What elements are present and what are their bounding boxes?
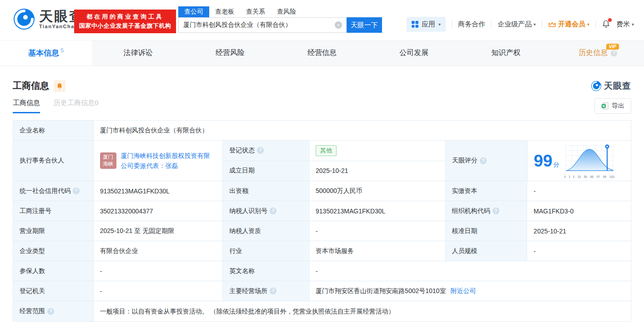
row-label: 主要经营场所 ? — [223, 281, 309, 301]
subtab-business-info[interactable]: 工商信息 — [13, 99, 40, 113]
chevron-down-icon: ▾ — [587, 22, 589, 27]
tab-operation-info[interactable]: 经营信息 — [276, 40, 368, 66]
search-tabs: 查公司 查老板 查关系 查风险 — [178, 6, 382, 17]
english-name-value: - — [309, 261, 631, 281]
table-row: 执行事务合伙人 厦门海峡 厦门海峡科技创新股权投资有限公司委派代表：张磊 登记状… — [13, 141, 631, 181]
label-text: 纳税人识别号 — [229, 207, 267, 215]
address-value: 厦门市翔安区香山街道翔安南路5002号1010室 — [316, 287, 446, 295]
label-text: 统一社会信用代码 — [20, 187, 70, 195]
row-label: 组织机构代码 ? — [446, 201, 528, 221]
registration-status-value: 其他 — [309, 141, 446, 161]
username-label: 费米 — [616, 20, 630, 29]
help-icon[interactable]: ? — [257, 147, 264, 154]
help-icon[interactable]: ? — [493, 208, 499, 214]
help-icon[interactable]: ? — [73, 187, 80, 194]
vip-badge: VIP — [606, 44, 619, 50]
chart-x-ticks: 0131550859799100 — [564, 175, 615, 179]
tab-company-development[interactable]: 公司发展 — [368, 40, 460, 66]
search-tab-relation[interactable]: 查关系 — [240, 6, 271, 17]
registration-authority-value: - — [94, 281, 223, 301]
row-label: 纳税人识别号 ? — [223, 201, 309, 221]
taxpayer-id-value: 91350213MAG1FKD30L — [309, 201, 446, 221]
export-button[interactable]: 导出 — [594, 98, 631, 114]
help-icon[interactable]: ? — [480, 157, 487, 164]
nav-vip[interactable]: 开通会员 ▾ — [548, 20, 589, 29]
row-label: 人员规模 — [446, 241, 528, 261]
row-label: 参保人数 — [13, 261, 94, 281]
score-value: 99 — [534, 152, 553, 170]
clear-search-icon[interactable]: × — [335, 21, 342, 29]
partner-cell: 厦门海峡 厦门海峡科技创新股权投资有限公司委派代表：张磊 — [94, 141, 223, 181]
tab-label: 法律诉讼 — [123, 48, 152, 58]
search-button[interactable]: 天眼一下 — [347, 17, 382, 33]
chevron-down-icon: ▾ — [533, 22, 536, 27]
table-row: 营业期限 2025-10-21 至 无固定期限 纳税人资质 - 核准日期 202… — [13, 221, 631, 241]
row-label: 核准日期 — [446, 221, 528, 241]
watermark-text: 天眼查 — [604, 80, 631, 92]
subtab-history-business-info[interactable]: 历史工商信息0 — [54, 99, 98, 113]
search-input[interactable] — [178, 17, 347, 33]
nav-biz-coop[interactable]: 商务合作 — [458, 20, 485, 29]
score-unit: 分 — [553, 161, 559, 168]
vip-label: 开通会员 — [558, 20, 585, 29]
nearby-companies-link[interactable]: 附近公司 — [450, 287, 476, 295]
partner-avatar[interactable]: 厦门海峡 — [100, 152, 116, 169]
slogan-line2: 国家中小企业发展子基金旗下机构 — [74, 21, 176, 30]
chevron-down-icon: ▾ — [438, 22, 441, 27]
nav-enterprise[interactable]: 企业级产品 ▾ — [498, 20, 536, 29]
insured-count-value: - — [94, 261, 223, 281]
address-cell: 厦门市翔安区香山街道翔安南路5002号1010室 附近公司 — [309, 281, 631, 301]
divider — [542, 21, 542, 28]
section-header: 工商信息 天眼查 — [0, 66, 644, 92]
paid-capital-value: - — [527, 181, 631, 201]
row-label: 企业类型 — [13, 241, 94, 261]
tab-basic-info[interactable]: 基本信息 5 — [0, 40, 92, 66]
section-title: 工商信息 — [13, 80, 49, 92]
row-label: 工商注册号 — [13, 201, 94, 221]
search-tab-boss[interactable]: 查老板 — [209, 6, 240, 17]
chevron-down-icon: ▾ — [632, 22, 634, 27]
subscribe-bell-button[interactable] — [54, 80, 65, 92]
tab-legal[interactable]: 法律诉讼 — [92, 40, 184, 66]
row-label: 天眼评分 ? — [446, 141, 528, 181]
export-label: 导出 — [612, 102, 624, 110]
table-row: 经营范围 ? 一般项目：以自有资金从事投资活动。 （除依法须经批准的项目外，凭营… — [13, 301, 631, 321]
help-icon[interactable]: ? — [270, 288, 277, 294]
business-info-table: 企业名称 厦门市科创风投合伙企业（有限合伙） 执行事务合伙人 厦门海峡 厦门海峡… — [13, 120, 631, 322]
search-tab-company[interactable]: 查公司 — [178, 6, 209, 17]
partner-link[interactable]: 厦门海峡科技创新股权投资有限公司委派代表：张磊 — [121, 151, 216, 171]
header-nav: 应用 ▾ 商务合作 企业级产品 ▾ 开通会员 ▾ 费 — [407, 17, 634, 32]
table-row: 企业名称 厦门市科创风投合伙企业（有限合伙） — [13, 121, 631, 141]
capital-value: 500000万人民币 — [309, 181, 446, 201]
staff-size-value: - — [527, 241, 631, 261]
section-subheader: 工商信息 历史工商信息0 导出 — [0, 98, 644, 114]
row-label: 登记机关 — [13, 281, 94, 301]
row-label: 行业 — [223, 241, 309, 261]
tab-history-info[interactable]: VIP 历史信息 ? — [552, 40, 644, 66]
help-icon[interactable]: ? — [270, 208, 277, 214]
tab-intellectual-property[interactable]: 知识产权 — [460, 40, 552, 66]
score-cell[interactable]: 99分 — [528, 141, 631, 181]
tab-count: 5 — [60, 47, 64, 54]
help-icon[interactable]: ? — [611, 50, 617, 56]
slogan-banner: 都在用的商业查询工具 国家中小企业发展子基金旗下机构 — [74, 10, 176, 33]
main-tab-bar: 基本信息 5 法律诉讼 经营风险 经营信息 公司发展 知识产权 VIP 历史信息… — [0, 40, 644, 66]
apps-menu[interactable]: 应用 ▾ — [407, 17, 446, 32]
established-date-value: 2025-10-21 — [309, 161, 446, 181]
watermark-logo: 天眼查 — [591, 80, 631, 92]
search-tab-risk[interactable]: 查风险 — [271, 6, 302, 17]
status-badge: 其他 — [316, 145, 337, 156]
apps-label: 应用 — [422, 20, 435, 29]
label-text: 天眼评分 — [452, 157, 478, 165]
help-icon[interactable]: ? — [47, 308, 54, 315]
apps-grid-icon — [412, 21, 418, 28]
registration-number-value: 350213320004377 — [94, 201, 223, 221]
notifications-button[interactable] — [602, 20, 610, 30]
notification-dot — [608, 18, 612, 22]
row-label: 实缴资本 — [446, 181, 528, 201]
user-menu[interactable]: 费米 ▾ — [616, 20, 634, 29]
tab-label: 知识产权 — [492, 48, 521, 58]
tab-operation-risk[interactable]: 经营风险 — [184, 40, 276, 66]
company-type-value: 有限合伙企业 — [94, 241, 223, 261]
row-label: 英文名称 — [223, 261, 309, 281]
